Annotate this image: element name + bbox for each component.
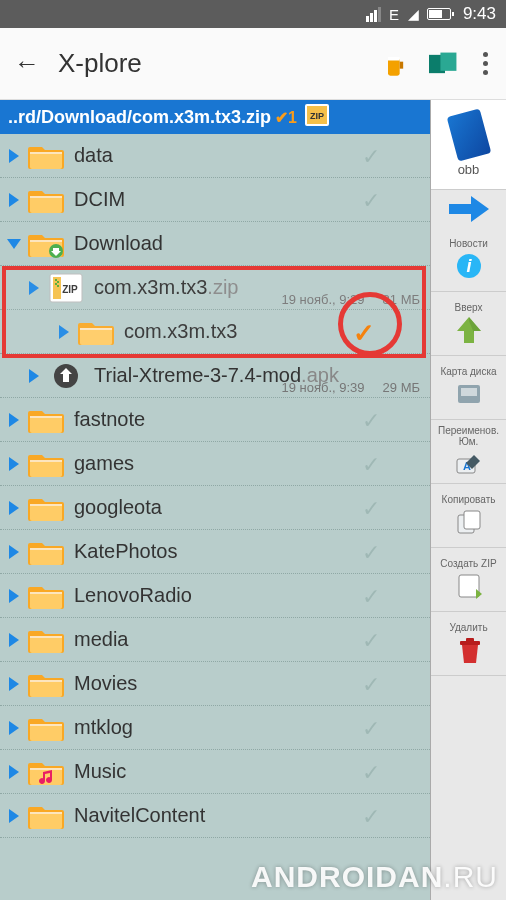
file-row[interactable]: googleota✓ xyxy=(0,486,430,530)
dim-check-icon: ✓ xyxy=(362,672,380,698)
expand-arrow-icon[interactable] xyxy=(29,281,39,295)
phone-icon xyxy=(446,108,491,161)
sidebar-action-up[interactable]: Вверх xyxy=(431,292,506,356)
rename-icon: A xyxy=(452,449,486,479)
file-row[interactable]: KatePhotos✓ xyxy=(0,530,430,574)
expand-arrow-icon[interactable] xyxy=(9,149,19,163)
expand-arrow-icon[interactable] xyxy=(9,501,19,515)
dim-check-icon: ✓ xyxy=(362,628,380,654)
folder-icon xyxy=(28,757,64,787)
expand-arrow-icon[interactable] xyxy=(9,457,19,471)
dim-check-icon: ✓ xyxy=(362,496,380,522)
sidebar-action-disk[interactable]: Карта диска xyxy=(431,356,506,420)
sidebar-action-label: Вверх xyxy=(455,302,483,313)
file-row[interactable]: NavitelContent✓ xyxy=(0,794,430,838)
destination-panel[interactable]: obb xyxy=(431,100,506,190)
folder-icon xyxy=(28,625,64,655)
zip-icon-small: ZIP xyxy=(305,104,329,131)
file-meta: 19 нояб., 9:2981 МБ xyxy=(281,292,420,307)
folder-icon xyxy=(28,141,64,171)
expand-arrow-icon[interactable] xyxy=(9,809,19,823)
folder-icon xyxy=(28,185,64,215)
file-row[interactable]: Movies✓ xyxy=(0,662,430,706)
file-panel: ..rd/Download/ com.x3m.tx3.zip ✔1 ZIP da… xyxy=(0,100,430,900)
file-row[interactable]: data✓ xyxy=(0,134,430,178)
folder-icon xyxy=(28,669,64,699)
file-row[interactable]: LenovoRadio✓ xyxy=(0,574,430,618)
expand-arrow-icon[interactable] xyxy=(9,413,19,427)
trash-icon xyxy=(452,635,486,665)
dim-check-icon: ✓ xyxy=(362,716,380,742)
file-meta: 19 нояб., 9:3929 МБ xyxy=(281,380,420,395)
folder-icon xyxy=(28,581,64,611)
signal-icon: ◢ xyxy=(408,6,419,22)
sidebar-action-info[interactable]: Новостиi xyxy=(431,228,506,292)
transfer-arrow[interactable] xyxy=(431,190,506,228)
dim-check-icon: ✓ xyxy=(362,584,380,610)
sidebar-action-rename[interactable]: Переименов. Юм.A xyxy=(431,420,506,484)
folder-icon xyxy=(28,229,64,259)
network-type: E xyxy=(389,6,400,23)
folder-icon xyxy=(28,493,64,523)
expand-arrow-icon[interactable] xyxy=(9,589,19,603)
dim-check-icon: ✓ xyxy=(362,540,380,566)
apk-icon xyxy=(48,361,84,391)
file-list[interactable]: data✓DCIM✓Downloadcom.x3m.tx3.zip19 нояб… xyxy=(0,134,430,838)
sidebar-action-label: Новости xyxy=(449,238,488,249)
dim-check-icon: ✓ xyxy=(362,144,380,170)
check-icon: ✔1 xyxy=(275,108,297,127)
expand-arrow-icon[interactable] xyxy=(9,193,19,207)
folder-icon xyxy=(28,449,64,479)
file-row[interactable]: DCIM✓ xyxy=(0,178,430,222)
status-bar: E ◢ 9:43 xyxy=(0,0,506,28)
expand-arrow-icon[interactable] xyxy=(9,633,19,647)
breadcrumb[interactable]: ..rd/Download/ com.x3m.tx3.zip ✔1 ZIP xyxy=(0,100,430,134)
dim-check-icon: ✓ xyxy=(362,804,380,830)
sidebar-action-zip[interactable]: Создать ZIP xyxy=(431,548,506,612)
svg-rect-15 xyxy=(466,638,474,642)
clock: 9:43 xyxy=(463,4,496,24)
sidebar-right: obb НовостиiВверхКарта дискаПереименов. … xyxy=(430,100,506,900)
folder-icon xyxy=(28,801,64,831)
dim-check-icon: ✓ xyxy=(362,188,380,214)
collapse-arrow-icon[interactable] xyxy=(7,239,21,249)
svg-rect-1 xyxy=(440,52,456,70)
file-name: Download xyxy=(74,232,422,255)
svg-rect-8 xyxy=(461,388,477,396)
file-row[interactable]: games✓ xyxy=(0,442,430,486)
file-row[interactable]: fastnote✓ xyxy=(0,398,430,442)
expand-arrow-icon[interactable] xyxy=(29,369,39,383)
expand-arrow-icon[interactable] xyxy=(9,545,19,559)
up-icon xyxy=(452,315,486,345)
zip-icon xyxy=(452,571,486,601)
file-row[interactable]: mtklog✓ xyxy=(0,706,430,750)
selected-check-icon: ✓ xyxy=(353,318,375,349)
folder-icon xyxy=(78,317,114,347)
copy-icon xyxy=(452,507,486,537)
dim-check-icon: ✓ xyxy=(362,760,380,786)
panels-icon[interactable] xyxy=(429,48,461,80)
svg-text:ZIP: ZIP xyxy=(310,111,324,121)
expand-arrow-icon[interactable] xyxy=(59,325,69,339)
sidebar-action-label: Удалить xyxy=(449,622,487,633)
expand-arrow-icon[interactable] xyxy=(9,721,19,735)
sidebar-action-label: Копировать xyxy=(442,494,496,505)
sidebar-action-copy[interactable]: Копировать xyxy=(431,484,506,548)
file-row[interactable]: Trial-Xtreme-3-7.4-mod.apk19 нояб., 9:39… xyxy=(0,354,430,398)
file-row[interactable]: com.x3m.tx3.zip19 нояб., 9:2981 МБ xyxy=(0,266,430,310)
file-row[interactable]: Music✓ xyxy=(0,750,430,794)
app-title: X-plore xyxy=(58,48,361,79)
expand-arrow-icon[interactable] xyxy=(9,765,19,779)
file-row[interactable]: Download xyxy=(0,222,430,266)
dim-check-icon: ✓ xyxy=(362,452,380,478)
back-button[interactable]: ← xyxy=(14,48,40,79)
file-row[interactable]: media✓ xyxy=(0,618,430,662)
expand-arrow-icon[interactable] xyxy=(9,677,19,691)
sidebar-action-trash[interactable]: Удалить xyxy=(431,612,506,676)
battery-icon xyxy=(427,8,451,20)
beer-icon[interactable] xyxy=(379,48,411,80)
sidebar-action-label: Карта диска xyxy=(440,366,496,377)
wifi-icon xyxy=(366,7,381,22)
overflow-menu[interactable] xyxy=(479,48,492,79)
file-row[interactable]: com.x3m.tx3✓ xyxy=(0,310,430,354)
